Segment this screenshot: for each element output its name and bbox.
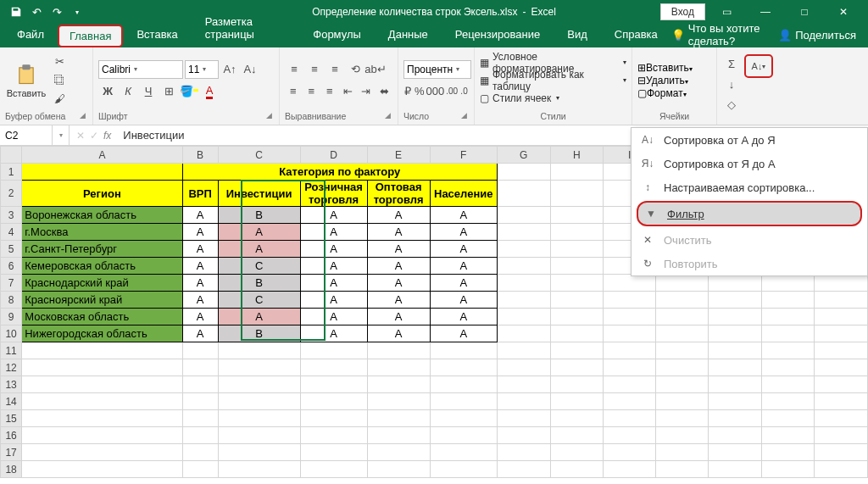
cell-C13[interactable] (218, 376, 300, 393)
borders-icon[interactable]: ⊞ (159, 82, 178, 101)
cell-F5[interactable]: A (430, 241, 497, 258)
cell-C14[interactable] (218, 393, 300, 410)
cell-G2[interactable] (497, 181, 550, 207)
enter-formula-icon[interactable]: ✓ (90, 130, 98, 142)
cell-J16[interactable] (656, 427, 709, 444)
cell-H1[interactable] (550, 164, 604, 181)
select-all-corner[interactable] (1, 147, 22, 164)
cell-H11[interactable] (550, 342, 604, 359)
cell-E12[interactable] (367, 359, 430, 376)
cell-A9[interactable]: Московская область (22, 309, 182, 325)
share-button[interactable]: 👤 Поделиться (778, 29, 856, 42)
cell-E13[interactable] (367, 376, 430, 393)
sort-filter-button[interactable]: А↓▾ (744, 54, 773, 78)
cell-L18[interactable] (761, 461, 814, 478)
cell-A11[interactable] (22, 342, 182, 359)
cell-C17[interactable] (218, 444, 300, 461)
cell-B5[interactable]: A (182, 241, 218, 258)
tell-me-search[interactable]: 💡 Что вы хотите сделать? (671, 22, 766, 47)
cell-L16[interactable] (761, 427, 814, 444)
row-header-1[interactable]: 1 (1, 164, 22, 181)
fill-color-icon[interactable]: 🪣 (180, 82, 198, 101)
cell-B13[interactable] (182, 376, 218, 393)
cell-B9[interactable]: A (182, 309, 218, 325)
format-cells-button[interactable]: ▢Формат▾ (637, 87, 711, 99)
cell-E17[interactable] (367, 444, 430, 461)
cell-A18[interactable] (22, 461, 182, 478)
grow-font-icon[interactable]: A↑ (220, 60, 239, 79)
cell-A5[interactable]: г.Санкт-Петербург (22, 241, 182, 258)
percent-icon[interactable]: % (415, 82, 425, 101)
cell-F12[interactable] (430, 359, 497, 376)
cell-J15[interactable] (656, 410, 709, 427)
cell-I13[interactable] (604, 376, 656, 393)
align-top-icon[interactable]: ≡ (285, 60, 303, 79)
cell-H16[interactable] (550, 427, 604, 444)
cell-H10[interactable] (550, 325, 604, 342)
dialog-launcher-icon[interactable]: ◢ (382, 111, 392, 121)
redo-icon[interactable]: ↷ (47, 3, 66, 21)
cell-D16[interactable] (300, 427, 367, 444)
cell-J18[interactable] (656, 461, 709, 478)
number-format-combo[interactable]: Процентн▾ (403, 60, 471, 79)
qat-dropdown-icon[interactable]: ▾ (68, 3, 86, 21)
orientation-icon[interactable]: ⟲ (346, 60, 364, 79)
increase-indent-icon[interactable]: ⇥ (358, 82, 375, 101)
cell-B2[interactable]: ВРП (182, 181, 218, 207)
insert-cells-button[interactable]: ⊞Вставить▾ (637, 62, 711, 74)
tab-view[interactable]: Вид (554, 21, 601, 47)
align-left-icon[interactable]: ≡ (285, 82, 302, 101)
cell-C4[interactable]: A (218, 224, 300, 241)
cell-M7[interactable] (815, 275, 868, 292)
cell-D3[interactable]: A (300, 207, 367, 224)
row-header-14[interactable]: 14 (1, 393, 22, 410)
cell-C6[interactable]: C (218, 258, 300, 275)
row-header-8[interactable]: 8 (1, 292, 22, 309)
dialog-launcher-icon[interactable]: ◢ (264, 111, 274, 121)
cell-E10[interactable]: A (367, 325, 430, 342)
cell-F3[interactable]: A (430, 207, 497, 224)
close-icon[interactable]: ✕ (826, 0, 861, 24)
cell-B3[interactable]: A (182, 207, 218, 224)
wrap-text-icon[interactable]: ab↵ (366, 60, 385, 79)
name-box-dropdown-icon[interactable]: ▾ (53, 125, 70, 145)
row-header-6[interactable]: 6 (1, 258, 22, 275)
cell-I16[interactable] (604, 427, 656, 444)
cell-J9[interactable] (656, 309, 709, 325)
cell-K9[interactable] (709, 309, 761, 325)
cell-K8[interactable] (709, 292, 761, 309)
cell-L15[interactable] (761, 410, 814, 427)
cell-F14[interactable] (430, 393, 497, 410)
format-table-button[interactable]: ▦Форматировать как таблицу▾ (480, 72, 626, 89)
tab-file[interactable]: Файл (3, 21, 58, 47)
row-header-15[interactable]: 15 (1, 410, 22, 427)
cell-C2[interactable]: Инвестиции (218, 181, 300, 207)
cell-M15[interactable] (815, 410, 868, 427)
cell-L10[interactable] (761, 325, 814, 342)
fill-icon[interactable]: ↓ (722, 75, 741, 93)
cell-G15[interactable] (497, 410, 550, 427)
cell-D15[interactable] (300, 410, 367, 427)
cell-C10[interactable]: B (218, 325, 300, 342)
cell-E9[interactable]: A (367, 309, 430, 325)
cell-A2[interactable]: Регион (22, 181, 182, 207)
delete-cells-button[interactable]: ⊟Удалить▾ (637, 75, 711, 86)
cell-G9[interactable] (497, 309, 550, 325)
cell-E2[interactable]: Оптовая торговля (367, 181, 430, 207)
cell-H2[interactable] (550, 181, 604, 207)
cell-D13[interactable] (300, 376, 367, 393)
cell-styles-button[interactable]: ▢Стили ячеек▾ (480, 90, 626, 107)
cell-I10[interactable] (604, 325, 656, 342)
cell-K18[interactable] (709, 461, 761, 478)
col-header-H[interactable]: H (550, 147, 604, 164)
align-center-icon[interactable]: ≡ (303, 82, 320, 101)
cell-A1[interactable] (22, 164, 182, 181)
cell-F17[interactable] (430, 444, 497, 461)
cell-A4[interactable]: г.Москва (22, 224, 182, 241)
row-header-13[interactable]: 13 (1, 376, 22, 393)
cell-J7[interactable] (656, 275, 709, 292)
cell-H9[interactable] (550, 309, 604, 325)
cell-G12[interactable] (497, 359, 550, 376)
font-size-combo[interactable]: 11▾ (185, 60, 219, 79)
cell-F6[interactable]: A (430, 258, 497, 275)
